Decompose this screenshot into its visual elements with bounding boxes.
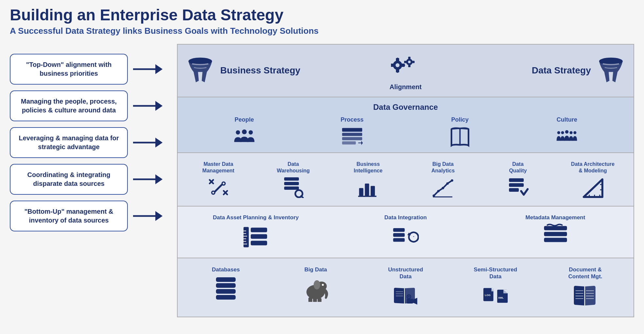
semi-structured-icon: LOG XML <box>482 283 509 309</box>
svg-marker-58 <box>584 179 602 197</box>
svg-rect-73 <box>251 241 267 245</box>
svg-point-53 <box>451 179 453 182</box>
data-integration: Data Integration <box>331 212 480 252</box>
sources-items: Databases Big Data <box>181 264 630 312</box>
alignment-cell: Alignment <box>373 50 439 91</box>
big-data-analytics-icon <box>432 177 454 198</box>
governance-process: Process <box>341 116 363 147</box>
unstructured-label: UnstructuredData <box>388 266 423 280</box>
left-item-2: Managing the people, process,policies & … <box>10 90 167 121</box>
assets-items: Data Asset Planning & Inventory <box>181 212 630 252</box>
svg-rect-23 <box>342 137 362 140</box>
business-intelligence-icon <box>358 177 379 198</box>
svg-point-50 <box>437 190 439 192</box>
mgmt-items: Master DataManagement <box>181 158 630 201</box>
governance-title: Data Governance <box>178 103 634 112</box>
data-warehousing-icon <box>283 177 304 198</box>
right-grid: Business Strategy <box>177 44 634 318</box>
left-box-1: "Top-Down" alignment withbusiness priori… <box>10 54 128 85</box>
alignment-label: Alignment <box>390 83 422 91</box>
governance-policy: Policy <box>449 116 471 147</box>
databases-icon <box>213 276 239 302</box>
people-label: People <box>235 116 254 123</box>
svg-rect-55 <box>509 178 524 182</box>
governance-row: Data Governance People <box>178 97 634 153</box>
strategy-row: Business Strategy <box>178 45 634 97</box>
svg-rect-21 <box>342 128 362 131</box>
process-label: Process <box>341 116 363 123</box>
governance-culture: Culture <box>556 116 577 147</box>
document-label: Document &Content Mgt. <box>568 266 602 280</box>
svg-rect-24 <box>342 141 356 144</box>
governance-people: People <box>234 116 255 147</box>
svg-rect-41 <box>284 182 299 185</box>
svg-text:XML: XML <box>498 296 504 299</box>
left-box-5: "Bottom-Up" management &inventory of dat… <box>10 201 128 231</box>
svg-point-19 <box>242 129 247 134</box>
page-subtitle: A Successful Data Strategy links Busines… <box>10 26 634 36</box>
source-unstructured: UnstructuredData <box>361 264 450 312</box>
alignment-icon <box>391 50 420 80</box>
left-box-4: Coordinating & integratingdisparate data… <box>10 164 128 195</box>
data-strategy-label: Data Strategy <box>532 65 591 76</box>
svg-point-34 <box>212 192 214 194</box>
svg-rect-91 <box>318 298 322 302</box>
assets-row: Data Asset Planning & Inventory <box>178 206 634 258</box>
svg-rect-78 <box>544 226 567 230</box>
data-integration-label: Data Integration <box>384 214 427 221</box>
svg-rect-96 <box>407 299 413 304</box>
mgmt-data-quality: DataQuality <box>480 158 556 201</box>
svg-rect-45 <box>359 188 363 196</box>
svg-rect-71 <box>251 227 267 232</box>
semi-structured-label: Semi-StructuredData <box>474 266 517 280</box>
policy-icon <box>449 126 471 147</box>
svg-point-26 <box>557 131 560 134</box>
source-big-data: Big Data <box>271 264 361 305</box>
main-layout: "Top-Down" alignment withbusiness priori… <box>10 44 634 318</box>
people-icon <box>234 126 255 147</box>
svg-rect-13 <box>408 57 410 59</box>
svg-point-12 <box>408 61 411 63</box>
business-strategy-cell: Business Strategy <box>185 56 373 85</box>
arrow-3 <box>133 138 163 147</box>
culture-icon <box>556 126 577 147</box>
svg-rect-57 <box>509 188 519 192</box>
metadata-management-icon <box>542 224 569 250</box>
source-document: Document &Content Mgt. <box>540 264 630 312</box>
svg-rect-82 <box>216 283 236 288</box>
left-item-3: Leveraging & managing data forstrategic … <box>10 127 167 158</box>
svg-rect-89 <box>308 297 312 302</box>
data-strategy-icon <box>596 56 626 85</box>
data-warehousing-label: DataWarehousing <box>277 161 310 174</box>
data-quality-label: DataQuality <box>509 161 527 174</box>
page-title: Building an Enterprise Data Strategy <box>10 7 634 24</box>
svg-rect-15 <box>404 61 406 63</box>
business-strategy-icon <box>185 56 215 85</box>
svg-point-18 <box>236 130 240 134</box>
svg-rect-46 <box>365 184 369 196</box>
svg-point-87 <box>314 280 320 289</box>
big-data-icon <box>302 276 329 302</box>
governance-items: People Process <box>178 116 634 147</box>
business-intelligence-label: BusinessIntelligence <box>354 161 382 174</box>
svg-rect-22 <box>342 133 362 136</box>
svg-line-44 <box>301 196 303 198</box>
svg-rect-79 <box>544 232 567 236</box>
asset-planning-label: Data Asset Planning & Inventory <box>213 214 299 221</box>
svg-rect-56 <box>509 183 524 187</box>
left-item-1: "Top-Down" alignment withbusiness priori… <box>10 54 167 85</box>
data-quality-icon <box>507 177 529 198</box>
svg-rect-76 <box>393 238 404 242</box>
left-item-5: "Bottom-Up" management &inventory of dat… <box>10 201 167 231</box>
svg-point-29 <box>570 131 573 134</box>
left-column: "Top-Down" alignment withbusiness priori… <box>10 44 167 231</box>
master-data-label: Master DataManagement <box>202 161 234 174</box>
mgmt-business-intelligence: BusinessIntelligence <box>331 158 406 201</box>
mgmt-big-data-analytics: Big DataAnalytics <box>406 158 481 201</box>
svg-point-52 <box>446 182 449 185</box>
policy-label: Policy <box>451 116 469 123</box>
asset-planning: Data Asset Planning & Inventory <box>181 212 331 252</box>
svg-point-28 <box>565 130 569 133</box>
svg-rect-90 <box>313 298 317 302</box>
svg-point-20 <box>248 130 253 134</box>
